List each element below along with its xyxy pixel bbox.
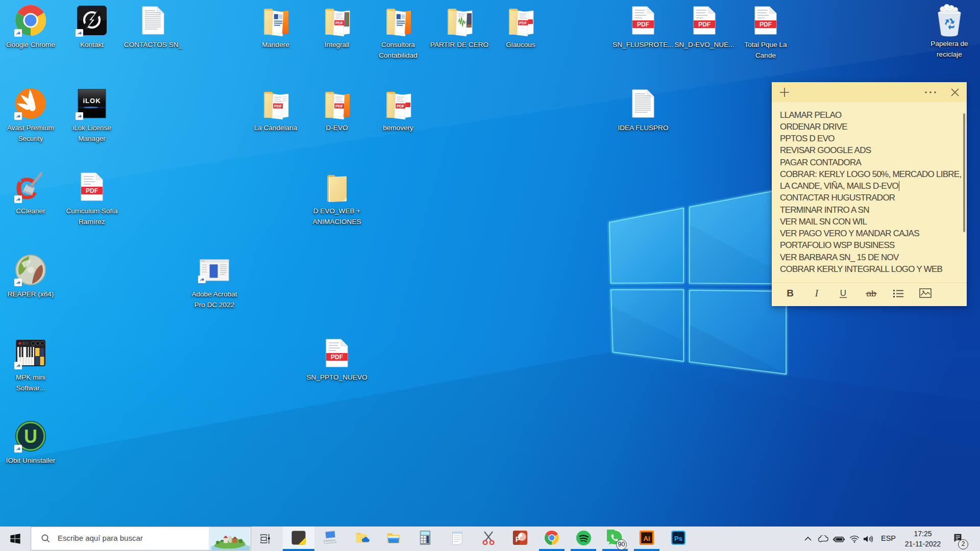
svg-text:B: B (787, 288, 794, 298)
svg-text:U: U (840, 288, 846, 298)
svg-text:I: I (815, 288, 819, 298)
